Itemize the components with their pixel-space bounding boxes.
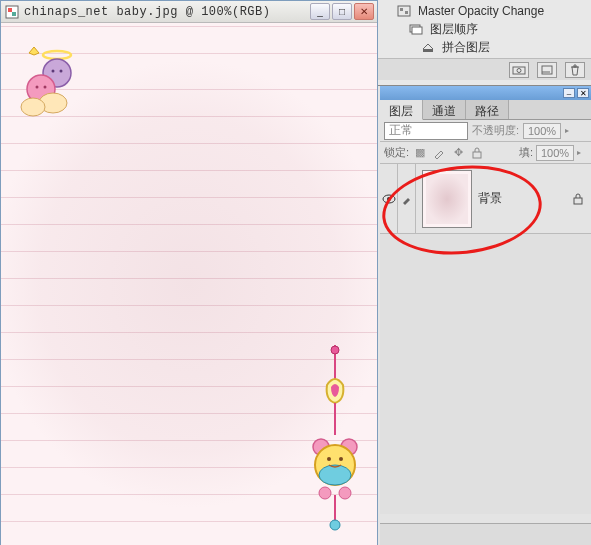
svg-rect-2 <box>12 12 16 16</box>
lock-icon <box>571 192 585 206</box>
history-label: 拼合图层 <box>442 39 490 56</box>
tab-layers[interactable]: 图层 <box>380 100 423 120</box>
angel-decoration <box>9 45 89 125</box>
history-snapshot-button[interactable] <box>509 62 529 78</box>
tab-channels[interactable]: 通道 <box>423 100 466 119</box>
brush-icon <box>401 193 413 205</box>
layer-name[interactable]: 背景 <box>478 190 571 207</box>
minimize-button[interactable]: _ <box>310 3 330 20</box>
blend-mode-select[interactable]: 正常 <box>384 122 468 140</box>
svg-point-18 <box>319 465 351 485</box>
blend-mode-value: 正常 <box>389 122 413 139</box>
opacity-icon <box>396 4 412 18</box>
chevron-down-icon[interactable]: ▸ <box>577 148 587 157</box>
svg-point-9 <box>60 70 63 73</box>
document-canvas[interactable] <box>1 23 377 545</box>
layer-order-icon <box>408 22 424 36</box>
flatten-icon <box>420 40 436 54</box>
eye-icon <box>382 194 396 204</box>
document-titlebar[interactable]: chinaps_net baby.jpg @ 100%(RGB) _ □ ✕ <box>1 1 377 23</box>
lock-all-icon[interactable] <box>469 146 485 160</box>
svg-rect-33 <box>542 66 552 74</box>
svg-point-13 <box>331 346 339 354</box>
lock-transparency-icon[interactable]: ▩ <box>412 146 428 160</box>
history-new-button[interactable] <box>537 62 557 78</box>
lock-label: 锁定: <box>384 145 409 160</box>
hanging-ornament <box>305 345 365 545</box>
document-icon <box>4 4 20 20</box>
lock-paint-icon[interactable] <box>431 146 447 160</box>
opacity-label: 不透明度: <box>472 123 519 138</box>
document-window: chinaps_net baby.jpg @ 100%(RGB) _ □ ✕ <box>0 0 378 545</box>
svg-rect-27 <box>405 11 408 14</box>
history-label: 图层顺序 <box>430 21 478 38</box>
svg-rect-37 <box>574 198 582 204</box>
opacity-value: 100% <box>528 125 556 137</box>
history-item[interactable]: 拼合图层 <box>390 38 591 56</box>
layer-list: 背景 <box>380 164 591 514</box>
window-controls: _ □ ✕ <box>310 3 374 20</box>
layers-panel: – ✕ 图层 通道 路径 正常 不透明度: 100% ▸ 锁定: ▩ ✥ <box>380 86 591 545</box>
fill-label: 填: <box>519 145 533 160</box>
opacity-input[interactable]: 100% <box>523 123 561 139</box>
tab-paths[interactable]: 路径 <box>466 100 509 119</box>
history-label: Master Opacity Change <box>418 4 544 18</box>
maximize-button[interactable]: □ <box>332 3 352 20</box>
panel-titlebar[interactable]: – ✕ <box>380 86 591 100</box>
svg-point-3 <box>43 51 71 59</box>
fill-input[interactable]: 100% <box>536 145 574 161</box>
chevron-down-icon[interactable]: ▸ <box>565 126 575 135</box>
panel-tabs: 图层 通道 路径 <box>380 100 591 120</box>
svg-point-10 <box>36 86 39 89</box>
history-item[interactable]: Master Opacity Change <box>390 2 591 20</box>
blend-row: 正常 不透明度: 100% ▸ <box>380 120 591 142</box>
history-delete-button[interactable] <box>565 62 585 78</box>
lock-move-icon[interactable]: ✥ <box>450 146 466 160</box>
document-title: chinaps_net baby.jpg @ 100%(RGB) <box>24 5 310 19</box>
svg-point-24 <box>330 520 340 530</box>
layer-thumbnail[interactable] <box>422 170 472 228</box>
layer-row[interactable]: 背景 <box>380 164 591 234</box>
svg-point-8 <box>52 70 55 73</box>
svg-rect-29 <box>412 27 422 34</box>
layers-footer <box>380 523 591 545</box>
history-item[interactable]: 图层顺序 <box>390 20 591 38</box>
svg-rect-25 <box>398 6 410 16</box>
svg-point-36 <box>387 197 391 201</box>
svg-rect-1 <box>8 8 12 12</box>
layer-visibility-toggle[interactable] <box>380 164 398 233</box>
svg-point-32 <box>517 68 521 72</box>
svg-point-22 <box>339 487 351 499</box>
svg-rect-26 <box>400 8 403 11</box>
svg-rect-30 <box>423 49 433 52</box>
fill-value: 100% <box>541 147 569 159</box>
history-panel: Master Opacity Change 图层顺序 拼合图层 <box>378 0 591 86</box>
svg-point-11 <box>44 86 47 89</box>
svg-rect-34 <box>473 152 481 158</box>
layer-link-col[interactable] <box>398 164 416 233</box>
svg-point-7 <box>21 98 45 116</box>
svg-point-20 <box>339 457 343 461</box>
lock-row: 锁定: ▩ ✥ 填: 100% ▸ <box>380 142 591 164</box>
history-footer <box>378 58 591 80</box>
close-button[interactable]: ✕ <box>354 3 374 20</box>
panel-close-button[interactable]: ✕ <box>577 88 589 98</box>
panel-minimize-button[interactable]: – <box>563 88 575 98</box>
svg-point-19 <box>327 457 331 461</box>
history-list: Master Opacity Change 图层顺序 拼合图层 <box>378 0 591 58</box>
svg-point-21 <box>319 487 331 499</box>
panels-area: Master Opacity Change 图层顺序 拼合图层 <box>378 0 591 545</box>
